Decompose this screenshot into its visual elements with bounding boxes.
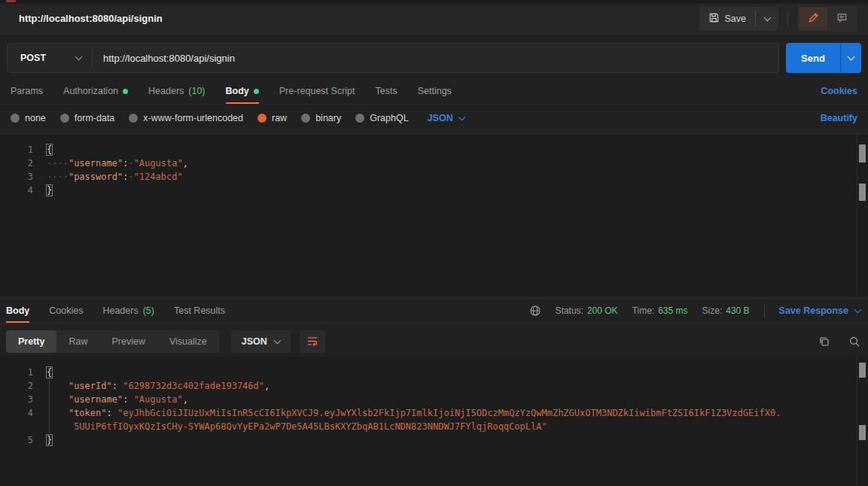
code-line-content: ····"username":·"Augusta", bbox=[33, 156, 188, 170]
method-select[interactable]: POST bbox=[8, 44, 92, 72]
radio-label: binary bbox=[315, 113, 341, 123]
body-type-raw[interactable]: raw bbox=[257, 113, 287, 123]
scrollbar-mark bbox=[859, 363, 866, 378]
url-value: http://localhost:8080/api/signin bbox=[103, 53, 235, 64]
response-tab-body[interactable]: Body bbox=[6, 299, 29, 323]
code-line-content: } bbox=[33, 433, 52, 447]
comment-button[interactable] bbox=[827, 8, 856, 30]
request-body-editor[interactable]: 1{2····"username":·"Augusta",3····"passw… bbox=[0, 133, 868, 296]
edit-button[interactable] bbox=[799, 8, 827, 30]
save-icon bbox=[708, 12, 720, 26]
tab-count: (5) bbox=[143, 305, 154, 316]
body-type-binary[interactable]: binary bbox=[301, 113, 341, 123]
pencil-icon bbox=[808, 12, 819, 26]
size-label: Size: bbox=[702, 305, 723, 316]
code-line-content: "userId": "6298732d3c402fade193746d", bbox=[33, 379, 270, 393]
tab-params[interactable]: Params bbox=[11, 78, 43, 104]
response-body-editor[interactable]: 1{2 "userId": "6298732d3c402fade193746d"… bbox=[0, 357, 868, 486]
cookies-link[interactable]: Cookies bbox=[821, 86, 857, 96]
wrap-text-icon bbox=[306, 335, 318, 349]
size-badge: Size:430 B bbox=[702, 305, 750, 316]
code-line: 5UUiP6tfIOyxKQzIsCHy-SYWAp68QvYyEPa2wP7D… bbox=[0, 420, 868, 433]
save-button-label: Save bbox=[725, 14, 747, 24]
line-number: 4 bbox=[0, 184, 33, 197]
toolbar-divider bbox=[787, 11, 788, 27]
radio-icon bbox=[129, 114, 138, 123]
chevron-down-icon bbox=[848, 53, 855, 60]
response-tab-cookies[interactable]: Cookies bbox=[49, 299, 83, 323]
code-line: 5} bbox=[0, 433, 868, 447]
body-type-x-www-form-urlencoded[interactable]: x-www-form-urlencoded bbox=[129, 113, 243, 123]
response-tabs-row: Body Cookies Headers(5) Test Results Sta… bbox=[0, 298, 868, 323]
tab-label: Authorization bbox=[63, 86, 118, 96]
search-icon[interactable] bbox=[848, 336, 860, 348]
send-button-group: Send bbox=[786, 43, 861, 73]
response-language-select[interactable]: JSON bbox=[231, 330, 291, 353]
view-tab-preview[interactable]: Preview bbox=[99, 330, 157, 353]
send-button[interactable]: Send bbox=[786, 43, 840, 73]
editor-scrollbar[interactable] bbox=[857, 134, 868, 296]
line-number: 1 bbox=[0, 366, 33, 379]
view-tab-pretty[interactable]: Pretty bbox=[6, 330, 56, 353]
body-type-form-data[interactable]: form-data bbox=[60, 113, 115, 123]
code-line: 1{ bbox=[0, 143, 868, 156]
url-input[interactable]: http://localhost:8080/api/signin bbox=[93, 44, 778, 72]
copy-icon[interactable] bbox=[818, 336, 830, 348]
view-tab-visualize[interactable]: Visualize bbox=[157, 330, 219, 353]
radio-label: x-www-form-urlencoded bbox=[143, 113, 243, 123]
language-label: JSON bbox=[242, 336, 267, 347]
time-label: Time: bbox=[632, 305, 655, 316]
body-type-graphql[interactable]: GraphQL bbox=[355, 113, 408, 123]
code-line-content: "username": "Augusta", bbox=[33, 393, 188, 406]
tab-authorization[interactable]: Authorization bbox=[63, 78, 128, 104]
code-line-content: ····"password":·"124abcd" bbox=[33, 170, 183, 184]
wrap-text-button[interactable] bbox=[300, 330, 325, 353]
top-strip bbox=[0, 0, 868, 4]
body-type-row: none form-data x-www-form-urlencoded raw… bbox=[0, 106, 868, 130]
radio-icon bbox=[11, 114, 20, 123]
radio-label: form-data bbox=[75, 113, 115, 123]
send-button-label: Send bbox=[801, 53, 825, 64]
response-tab-headers[interactable]: Headers(5) bbox=[102, 299, 154, 323]
beautify-link[interactable]: Beautify bbox=[821, 113, 857, 123]
save-options-button[interactable] bbox=[756, 7, 778, 31]
line-number: 2 bbox=[0, 379, 33, 393]
code-line-content: { bbox=[33, 143, 52, 156]
tab-headers[interactable]: Headers(10) bbox=[148, 78, 205, 104]
view-tab-raw[interactable]: Raw bbox=[56, 330, 99, 353]
green-dot-icon bbox=[254, 89, 259, 94]
line-number: 3 bbox=[0, 170, 33, 184]
tab-count: (10) bbox=[188, 86, 205, 96]
code-line: 3 "username": "Augusta", bbox=[0, 393, 868, 406]
code-line-content: } bbox=[33, 184, 52, 197]
save-response-button[interactable]: Save Response bbox=[779, 305, 860, 316]
save-response-label: Save Response bbox=[779, 305, 848, 316]
save-button[interactable]: Save bbox=[699, 7, 756, 31]
status-badge: Status:200 OK bbox=[556, 305, 618, 316]
radio-icon bbox=[355, 114, 364, 123]
bracket-guide-line bbox=[49, 379, 50, 433]
request-tabs: Params Authorization Headers(10) Body Pr… bbox=[0, 78, 868, 105]
send-options-button[interactable] bbox=[840, 43, 861, 73]
scrollbar-mark bbox=[859, 184, 866, 201]
tab-label: Tests bbox=[376, 86, 397, 96]
tab-settings[interactable]: Settings bbox=[418, 78, 452, 104]
network-globe-icon[interactable] bbox=[529, 305, 541, 317]
chevron-down-icon bbox=[273, 336, 281, 344]
tab-pre-request-script[interactable]: Pre-request Script bbox=[279, 78, 355, 104]
status-label: Status: bbox=[556, 305, 583, 316]
response-tab-test-results[interactable]: Test Results bbox=[174, 299, 225, 323]
editor-scrollbar[interactable] bbox=[857, 357, 868, 486]
green-dot-icon bbox=[123, 89, 128, 94]
body-type-none[interactable]: none bbox=[11, 113, 46, 123]
request-language-select[interactable]: JSON bbox=[428, 113, 464, 123]
tab-label: Headers bbox=[102, 305, 138, 316]
tab-label: Cookies bbox=[49, 305, 83, 316]
tab-label: Pre-request Script bbox=[279, 86, 355, 96]
comment-icon bbox=[836, 12, 848, 26]
code-line-content: 5UUiP6tfIOyxKQzIsCHy-SYWAp68QvYyEPa2wP7D… bbox=[33, 420, 547, 433]
tab-body[interactable]: Body bbox=[226, 78, 259, 104]
code-line: 2 "userId": "6298732d3c402fade193746d", bbox=[0, 379, 868, 393]
request-title: http://localhost:8080/api/signin bbox=[19, 13, 163, 24]
tab-tests[interactable]: Tests bbox=[376, 78, 397, 104]
